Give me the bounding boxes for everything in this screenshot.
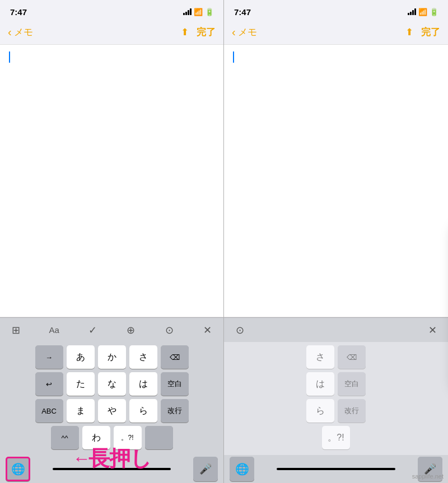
right-phone-screen: 7:47 📶 🔋 ‹ メモ ⬆ 完了 [224,0,448,483]
nav-actions-right: ⬆ 完了 [405,26,440,39]
key-ha-right[interactable]: は [306,372,334,396]
key-sa-right[interactable]: さ [306,345,334,369]
status-bar-left: 7:47 📶 🔋 [0,0,223,20]
key-ka-left[interactable]: か [98,345,126,369]
battery-icon-right: 🔋 [430,8,438,16]
keyboard-row-2-left: ↩ た な は 空白 [2,372,221,396]
key-ya-left[interactable]: や [98,399,126,423]
key-delete-left[interactable]: ⌫ [161,345,189,369]
home-indicator-right [277,468,395,470]
keyboard-left: → あ か さ ⌫ ↩ た な は 空白 ABC ま や ら 改行 ^^ [0,342,223,455]
send-icon-right[interactable]: ⊙ [231,321,249,339]
key-ma-left[interactable]: ま [67,399,95,423]
note-content-left[interactable] [0,45,223,317]
key-na-left[interactable]: な [98,372,126,396]
key-return-left[interactable]: 改行 [161,399,189,423]
nav-bar-left: ‹ メモ ⬆ 完了 [0,20,223,45]
key-dot-left[interactable]: 。?! [114,426,142,449]
key-return-right[interactable]: 改行 [338,399,366,423]
key-wa-left[interactable]: わ [82,426,110,449]
done-button-right[interactable]: 完了 [421,26,440,39]
wifi-icon-right: 📶 [418,8,427,16]
key-a-left[interactable]: あ [67,345,95,369]
check-icon-left[interactable]: ✓ [83,321,101,339]
status-icons-left: 📶 🔋 [183,8,213,16]
key-delete-right[interactable]: ⌫ [338,345,366,369]
font-icon-left[interactable]: Aa [45,321,63,339]
text-cursor-right [233,51,234,63]
key-ta-left[interactable]: た [67,372,95,396]
globe-button-right[interactable]: 🌐 [230,457,254,481]
signal-icon-right [408,8,416,15]
keyboard-row-3-left: ABC ま や ら 改行 [2,399,221,423]
note-content-right[interactable] [224,45,448,317]
keyboard-toolbar-right: ⊙ ✕ [224,317,448,342]
keyboard-row-3-right: ら 改行 [226,399,446,423]
close-icon-left[interactable]: ✕ [199,321,217,339]
share-icon-right[interactable]: ⬆ [405,26,413,38]
globe-icon-right: 🌐 [235,462,249,476]
back-button-left[interactable]: ‹ メモ [8,26,33,39]
signal-icon-left [183,8,192,15]
bottom-bar-left: 🌐 🎤 [0,455,223,483]
keyboard-toolbar-left: ⊞ Aa ✓ ⊕ ⊙ ✕ [0,317,223,342]
key-sa-left[interactable]: さ [129,345,157,369]
status-bar-right: 7:47 📶 🔋 [224,0,448,20]
globe-icon-left: 🌐 [11,462,25,476]
status-time-right: 7:47 [234,7,251,17]
key-ra-left[interactable]: ら [129,399,157,423]
keyboard-row-1-left: → あ か さ ⌫ [2,345,221,369]
status-icons-right: 📶 🔋 [408,8,438,16]
mic-button-left[interactable]: 🎤 [193,457,218,481]
nav-back-label-left: メモ [14,26,33,39]
key-caps-left[interactable]: ^^ [51,426,79,449]
keyboard-right: さ ⌫ は 空白 ら 改行 。?! [224,342,448,455]
grid-icon-left[interactable]: ⊞ [7,321,25,339]
share-icon-left[interactable]: ⬆ [181,26,189,38]
send-icon-left[interactable]: ⊙ [160,321,178,339]
battery-icon-left: 🔋 [205,8,213,16]
nav-actions-left: ⬆ 完了 [181,26,216,39]
keyboard-row-1-right: さ ⌫ [226,345,446,369]
done-button-left[interactable]: 完了 [197,26,216,39]
key-dot-right[interactable]: 。?! [322,426,350,449]
key-space-left[interactable]: 空白 [161,372,189,396]
wifi-icon-left: 📶 [194,8,203,16]
key-undo-left[interactable]: ↩ [35,372,63,396]
close-icon-right[interactable]: ✕ [423,321,441,339]
left-phone-screen: 7:47 📶 🔋 ‹ メモ ⬆ 完了 [0,0,224,483]
key-abc-left[interactable]: ABC [35,399,63,423]
key-ha-left[interactable]: は [129,372,157,396]
watermark: sapplife.net [412,473,444,480]
mic-icon-left: 🎤 [199,463,212,475]
plus-icon-left[interactable]: ⊕ [122,321,140,339]
keyboard-row-4-left: ^^ わ 。?! [2,426,221,449]
keyboard-row-2-right: は 空白 [226,372,446,396]
nav-back-label-right: メモ [238,26,257,39]
chevron-left-icon-left: ‹ [8,26,12,39]
text-cursor-left [9,51,10,63]
chevron-left-icon-right: ‹ [232,26,236,39]
globe-button-left[interactable]: 🌐 [6,457,30,481]
home-indicator-left [53,468,171,470]
nav-bar-right: ‹ メモ ⬆ 完了 [224,20,448,45]
back-button-right[interactable]: ‹ メモ [232,26,257,39]
keyboard-row-4-right: 。?! [226,426,446,449]
key-space-right[interactable]: 空白 [338,372,366,396]
key-ra-right[interactable]: ら [306,399,334,423]
key-arrow-left[interactable]: → [35,345,63,369]
key-empty-left [145,426,173,449]
status-time-left: 7:47 [10,7,27,17]
